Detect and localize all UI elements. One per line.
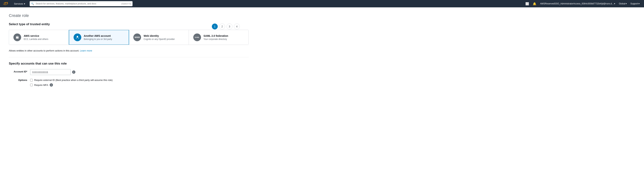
external-id-checkbox[interactable]: [30, 79, 33, 82]
section2-title: Specify accounts that can use this role: [9, 62, 249, 66]
search-icon: 🔍: [31, 2, 34, 5]
aws-service-info: AWS service EC2, Lambda and others: [24, 34, 48, 40]
saml-info: SAML 2.0 federation Your corporate direc…: [204, 34, 228, 40]
aws-service-icon: [14, 34, 21, 41]
web-identity-name: Web identity: [144, 34, 175, 37]
main-content: Create role 1 2 3 4 Select type of trust…: [0, 7, 258, 92]
step-2[interactable]: 2: [219, 24, 225, 30]
support-chevron-icon: ▾: [638, 2, 640, 5]
entity-card-web-identity[interactable]: WWW Web identity Cognito or any OpenID p…: [129, 30, 189, 45]
account-id-row: Account ID* i: [9, 69, 249, 75]
header-left: Create role: [9, 13, 249, 22]
terminal-icon-button[interactable]: ⬜: [524, 1, 530, 6]
description-body: Allows entities in other accounts to per…: [9, 49, 79, 52]
services-label: Services: [14, 2, 23, 5]
step-3-label: 3: [229, 25, 230, 28]
web-identity-info: Web identity Cognito or any OpenID provi…: [144, 34, 175, 40]
require-mfa-text: Require MFA: [34, 84, 48, 86]
entity-cards: AWS service EC2, Lambda and others Anoth…: [9, 30, 249, 45]
terminal-icon: ⬜: [526, 2, 529, 6]
another-account-desc: Belonging to you or 3rd party: [84, 38, 112, 40]
account-id-label: Account ID*: [9, 69, 27, 73]
option-require-mfa: Require MFA i: [30, 83, 112, 86]
require-mfa-checkbox[interactable]: [30, 84, 33, 86]
search-shortcut: [Option+S]: [122, 2, 131, 5]
web-identity-icon: WWW: [133, 34, 141, 41]
entity-card-aws-service[interactable]: AWS service EC2, Lambda and others: [9, 30, 69, 45]
entity-card-another-aws-account[interactable]: Another AWS account Belonging to you or …: [69, 30, 129, 45]
description-text: Allows entities in other accounts to per…: [9, 49, 249, 52]
account-id-field: i: [30, 69, 76, 75]
saml-icon: SAML: [193, 34, 201, 41]
services-chevron-icon: ▾: [24, 2, 25, 5]
account-id-info-icon[interactable]: i: [72, 70, 76, 74]
web-identity-desc: Cognito or any OpenID provider: [144, 38, 175, 40]
options-row: Options Require external ID (Best practi…: [9, 79, 249, 86]
account-menu[interactable]: AWSReservedSSO_AdministratorAccess_8364c…: [539, 2, 617, 6]
step-1-label: 1: [214, 25, 216, 28]
step-3[interactable]: 3: [226, 24, 232, 30]
region-chevron-icon: ▾: [626, 2, 627, 5]
specify-section: Specify accounts that can use this role …: [9, 62, 249, 86]
support-label: Support: [630, 2, 638, 5]
options-label: Options: [9, 79, 27, 82]
search-input[interactable]: [30, 1, 132, 6]
another-account-name: Another AWS account: [84, 34, 112, 37]
entity-card-saml-federation[interactable]: SAML SAML 2.0 federation Your corporate …: [189, 30, 249, 45]
another-account-info: Another AWS account Belonging to you or …: [84, 34, 112, 40]
support-menu[interactable]: Support ▾: [629, 2, 641, 6]
step-4-label: 4: [236, 25, 238, 28]
region-menu[interactable]: Global ▾: [617, 2, 628, 6]
search-bar: 🔍 [Option+S]: [30, 1, 132, 6]
aws-service-desc: EC2, Lambda and others: [24, 38, 48, 40]
services-button[interactable]: Services ▾: [12, 2, 27, 6]
region-label: Global: [619, 2, 625, 5]
bell-icon: 🔔: [533, 2, 536, 6]
options-list: Require external ID (Best practice when …: [30, 79, 112, 86]
account-label: AWSReservedSSO_AdministratorAccess_8364c…: [540, 2, 614, 5]
account-id-input[interactable]: [30, 69, 70, 75]
account-chevron-icon: ▾: [614, 2, 615, 5]
nav-right: ⬜ 🔔 AWSReservedSSO_AdministratorAccess_8…: [524, 1, 641, 6]
option-external-id: Require external ID (Best practice when …: [30, 79, 112, 82]
svg-point-1: [77, 36, 78, 37]
require-mfa-info-icon[interactable]: i: [50, 83, 53, 86]
step-4[interactable]: 4: [234, 24, 240, 30]
another-account-icon: [74, 34, 81, 41]
bell-icon-button[interactable]: 🔔: [531, 1, 538, 6]
step-1[interactable]: 1: [212, 24, 218, 30]
external-id-text: Require external ID (Best practice when …: [34, 79, 112, 82]
step-indicator: 1 2 3 4: [212, 24, 240, 30]
step-2-label: 2: [222, 25, 223, 28]
top-nav: Services ▾ 🔍 [Option+S] ⬜ 🔔 AWSReservedS…: [0, 0, 644, 7]
header-row: Create role 1 2 3 4: [9, 13, 249, 22]
learn-more-link[interactable]: Learn more: [80, 49, 92, 52]
aws-service-name: AWS service: [24, 34, 48, 37]
saml-desc: Your corporate directory: [204, 38, 228, 40]
saml-name: SAML 2.0 federation: [204, 34, 228, 37]
page-title: Create role: [9, 13, 249, 18]
aws-logo[interactable]: [3, 2, 10, 6]
